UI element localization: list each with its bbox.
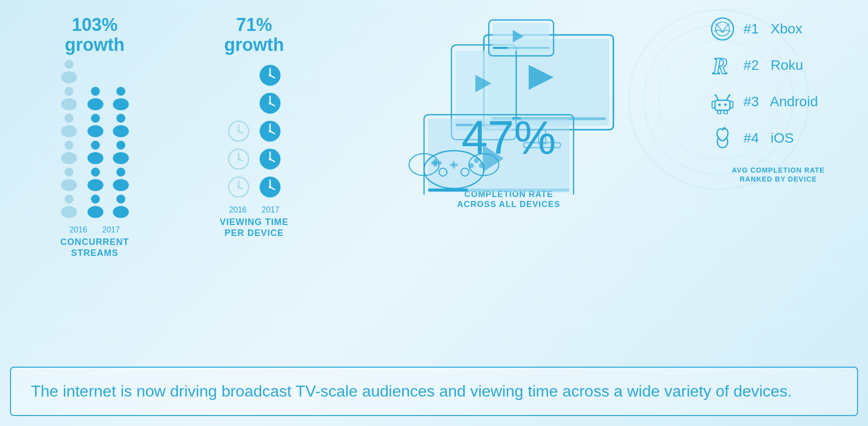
people-2016-column: [58, 58, 80, 218]
clock-icon-light: [227, 147, 251, 171]
device-item-ios: #4 iOS: [709, 124, 848, 152]
concurrent-year-row: 2016 2017: [69, 223, 120, 234]
ios-icon-wrap: [709, 124, 736, 152]
svg-point-32: [113, 179, 129, 191]
svg-point-5: [64, 87, 73, 96]
ranked-footer-label: AVG COMPLETION RATE RANKED BY DEVICE: [709, 166, 848, 184]
svg-rect-101: [452, 161, 455, 169]
android-rank-name: #3 Android: [743, 94, 818, 110]
svg-point-23: [91, 195, 100, 204]
concurrent-streams-section: 103% growth: [10, 10, 179, 263]
svg-point-4: [61, 71, 77, 83]
clock-icon-light: [227, 119, 251, 143]
person-icon: [84, 193, 107, 218]
svg-rect-83: [493, 47, 508, 49]
concurrent-year-2016: 2016: [69, 225, 87, 234]
svg-point-62: [269, 158, 271, 161]
svg-rect-112: [712, 101, 715, 108]
devices-illustration: [384, 15, 633, 195]
people-2017-columns: [84, 85, 132, 218]
viewing-year-2016: 2016: [229, 206, 247, 214]
person-icon: [58, 193, 80, 218]
svg-line-108: [716, 96, 719, 100]
svg-point-106: [718, 103, 721, 106]
main-container: 103% growth: [0, 0, 868, 426]
svg-text:R: R: [712, 53, 728, 78]
svg-point-54: [269, 102, 271, 105]
svg-point-46: [237, 186, 240, 189]
person-icon: [84, 112, 107, 137]
clock-icon-dark: [258, 175, 282, 199]
svg-point-102: [712, 18, 733, 40]
svg-point-107: [724, 103, 726, 106]
android-icon-wrap: [709, 88, 736, 115]
people-grid: [58, 58, 132, 218]
ios-apple-icon: [710, 126, 735, 151]
clock-icon-dark: [258, 119, 282, 143]
concurrent-growth-label: 103% growth: [65, 15, 125, 54]
bottom-quote-section: The internet is now driving broadcast TV…: [10, 367, 858, 416]
person-icon: [58, 85, 80, 110]
roku-rank-name: #2 Roku: [743, 57, 803, 73]
xbox-rank-name: #1 Xbox: [743, 21, 802, 37]
svg-point-11: [64, 168, 73, 177]
device-item-android: #3 Android: [709, 88, 848, 115]
xbox-icon: [710, 16, 735, 41]
svg-point-29: [116, 141, 125, 150]
person-icon: [84, 85, 107, 110]
svg-point-103: [716, 22, 729, 36]
devices-wrapper: 47%: [384, 15, 633, 195]
svg-point-15: [91, 87, 100, 96]
bottom-quote-text: The internet is now driving broadcast TV…: [31, 380, 837, 403]
svg-rect-105: [715, 100, 730, 110]
svg-point-31: [116, 168, 125, 177]
svg-point-25: [116, 87, 125, 96]
clock-icon-light: [227, 175, 251, 199]
completion-rate-value: 47%: [461, 110, 556, 165]
svg-point-26: [113, 98, 129, 110]
svg-point-28: [113, 125, 129, 137]
clock-grid: [227, 63, 282, 199]
svg-point-9: [64, 141, 73, 150]
person-icon: [58, 166, 80, 191]
svg-point-24: [87, 206, 103, 218]
svg-point-17: [91, 114, 100, 123]
person-icon: [110, 85, 132, 110]
svg-point-3: [64, 60, 73, 69]
top-section: 103% growth: [10, 10, 858, 359]
svg-point-58: [269, 130, 271, 133]
svg-point-66: [269, 186, 271, 189]
svg-point-109: [715, 94, 717, 96]
svg-point-12: [61, 179, 77, 191]
roku-icon: R: [710, 53, 735, 78]
clocks-2016: [227, 119, 251, 199]
svg-point-6: [61, 98, 77, 110]
svg-point-18: [87, 125, 103, 137]
ios-rank-name: #4 iOS: [743, 130, 794, 146]
person-icon: [110, 112, 132, 137]
svg-point-10: [61, 152, 77, 164]
viewing-section-label: VIEWING TIME PER DEVICE: [220, 217, 289, 238]
svg-point-27: [116, 114, 125, 123]
viewing-growth-label: 71% growth: [224, 15, 284, 54]
devices-section: 47% COMPLETION RATE ACROSS ALL DEVICES: [329, 10, 689, 214]
svg-point-111: [728, 94, 730, 96]
concurrent-year-2017: 2017: [102, 225, 120, 234]
svg-point-8: [61, 125, 77, 137]
svg-line-110: [726, 96, 729, 100]
svg-rect-89: [428, 189, 468, 192]
clock-icon-dark: [258, 147, 282, 171]
person-icon: [110, 139, 132, 164]
svg-rect-113: [730, 101, 733, 108]
svg-point-19: [91, 141, 100, 150]
svg-point-33: [116, 195, 125, 204]
svg-point-38: [237, 130, 240, 133]
svg-rect-94: [434, 159, 437, 167]
svg-point-50: [269, 74, 271, 77]
viewing-year-2017: 2017: [262, 206, 280, 214]
viewing-time-section: 71% growth: [189, 10, 319, 243]
clocks-2017: [258, 63, 282, 199]
svg-point-42: [237, 158, 240, 161]
svg-point-22: [87, 179, 103, 191]
person-icon: [84, 139, 107, 164]
